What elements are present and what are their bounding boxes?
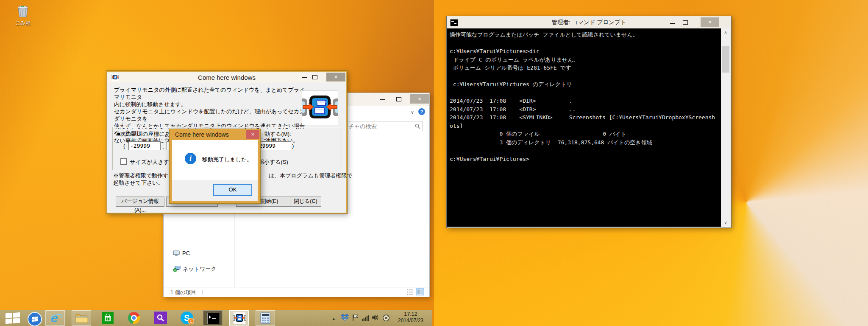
magnifier-icon	[157, 314, 164, 322]
range-label-right: 動する(M):	[264, 130, 291, 138]
shrink-checkbox[interactable]	[120, 158, 127, 165]
list-view-toggle-icon[interactable]	[407, 289, 413, 295]
cmd-window-title: 管理者: コマンド プロンプト	[447, 19, 731, 26]
cmd-taskbar-icon	[207, 313, 220, 324]
version-button[interactable]: バージョン情報(A)...	[116, 197, 164, 207]
taskbar-search-app[interactable]	[154, 312, 167, 324]
explorer-minimize-button[interactable]	[380, 99, 385, 100]
main-maximize-button[interactable]	[312, 75, 317, 79]
dialog-titlebar[interactable]: Come here windows ×	[170, 129, 260, 140]
ribbon-collapse-icon[interactable]: ∨	[411, 110, 414, 115]
recycle-bin-icon	[17, 4, 29, 18]
taskbar-come-here-windows[interactable]	[229, 310, 249, 326]
clock-date: 2014/07/23	[393, 318, 428, 324]
close-window-button[interactable]: 閉じる(C)	[290, 197, 321, 207]
dialog-title: Come here windows	[175, 131, 229, 138]
desktop: ごみ箱 × ∨ ?	[0, 0, 868, 326]
sidebar-item-network[interactable]: ネットワーク	[173, 265, 217, 273]
paren: (	[123, 143, 125, 149]
taskbar-calculator[interactable]	[256, 310, 275, 326]
cmd-close-button[interactable]: ×	[701, 17, 719, 27]
help-icon[interactable]: ?	[418, 108, 425, 115]
monitors-illustration	[302, 90, 338, 125]
search-box[interactable]	[334, 121, 423, 131]
volume-icon[interactable]	[372, 314, 379, 321]
taskbar-ie[interactable]: e	[45, 310, 65, 326]
sidebar-item-pc[interactable]: PC	[173, 250, 190, 256]
main-titlebar[interactable]: Come here windows ×	[107, 72, 346, 83]
recycle-bin-label: ごみ箱	[11, 20, 35, 27]
skype-notification-badge: 1	[188, 318, 194, 324]
scroll-up-icon[interactable]: ∧	[721, 30, 730, 35]
start-button[interactable]	[6, 312, 20, 324]
comma: ,	[162, 143, 164, 150]
come-here-windows-taskbar-icon	[233, 312, 246, 324]
taskbar-clock[interactable]: 17:12 2014/07/23	[393, 311, 428, 324]
search-icon[interactable]	[415, 124, 420, 129]
taskbar-chrome[interactable]	[128, 312, 140, 324]
windows-store-icon	[104, 314, 111, 322]
dialog-close-button[interactable]: ×	[246, 130, 259, 139]
dialog-footer: OK	[172, 180, 258, 201]
info-icon: i	[185, 153, 196, 164]
item-count-label: 1 個の項目	[170, 289, 196, 296]
main-minimize-button[interactable]	[302, 77, 307, 78]
ok-button[interactable]: OK	[213, 184, 252, 196]
calculator-icon	[260, 312, 270, 324]
shrink-label-right: 縮小する(S)	[259, 158, 288, 166]
explorer-statusbar: 1 個の項目 |	[164, 287, 429, 297]
move-complete-dialog: Come here windows × i 移動完了しました。 OK	[169, 129, 261, 204]
disabled-device-icon[interactable]	[382, 314, 390, 322]
pc-icon	[173, 250, 180, 256]
status-divider: |	[202, 289, 203, 295]
network-icon	[173, 266, 181, 272]
main-close-button[interactable]: ×	[326, 73, 345, 82]
console-scrollbar[interactable]: ∧ ∨	[721, 28, 730, 227]
action-center-flag-icon[interactable]	[352, 314, 358, 321]
taskbar-cmd[interactable]	[203, 310, 223, 326]
network-signal-icon[interactable]	[362, 315, 369, 321]
scrollbar-thumb[interactable]	[722, 46, 729, 73]
file-explorer-icon	[75, 313, 88, 323]
cmd-titlebar[interactable]: 管理者: コマンド プロンプト ×	[447, 16, 731, 28]
console-text: 操作可能なプログラムまたはバッチ ファイルとして認識されていません。 c:¥Us…	[447, 28, 721, 165]
main-window-title: Come here windows	[107, 74, 346, 81]
taskbar-skype[interactable]: S 1	[181, 312, 193, 324]
admin-note-line2: 起動させて下さい。	[113, 179, 164, 187]
explorer-maximize-button[interactable]	[396, 97, 401, 101]
windows-flag-circle-icon[interactable]	[28, 312, 42, 326]
dialog-message: 移動完了しました。	[202, 156, 252, 163]
dialog-body: i 移動完了しました。	[172, 140, 258, 180]
clock-time: 17:12	[393, 311, 428, 318]
admin-note-right: は、本プログラムも管理者権限で	[269, 172, 352, 180]
console-output[interactable]: 操作可能なプログラムまたはバッチ ファイルとして認識されていません。 c:¥Us…	[447, 28, 721, 227]
dropbox-icon[interactable]	[341, 314, 349, 322]
cmd-window: 管理者: コマンド プロンプト × 操作可能なプログラムまたはバッチ ファイルと…	[446, 16, 732, 228]
scroll-down-icon[interactable]: ∨	[721, 220, 730, 225]
thumbnail-view-toggle-icon[interactable]	[417, 289, 423, 295]
cmd-minimize-button[interactable]	[670, 23, 675, 24]
cmd-maximize-button[interactable]	[683, 20, 688, 25]
paren: )	[292, 143, 294, 149]
explorer-close-button[interactable]: ×	[410, 94, 429, 104]
y2-input[interactable]	[257, 141, 291, 150]
sidebar-item-pc-label: PC	[182, 250, 190, 256]
recycle-bin[interactable]: ごみ箱	[11, 4, 35, 28]
sidebar-item-network-label: ネットワーク	[183, 266, 217, 272]
tray-expand-icon[interactable]: ▲	[332, 317, 336, 321]
taskbar-store[interactable]	[102, 312, 114, 324]
x1-input[interactable]	[128, 141, 161, 150]
taskbar-explorer[interactable]	[72, 310, 91, 326]
search-input[interactable]	[335, 121, 423, 131]
